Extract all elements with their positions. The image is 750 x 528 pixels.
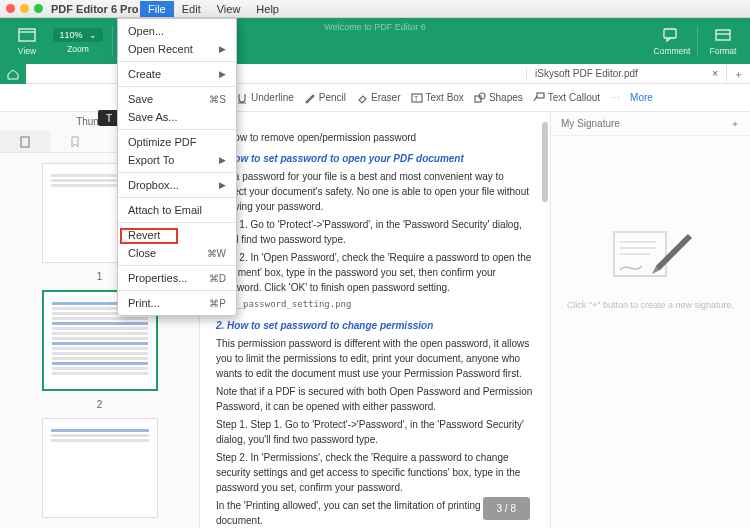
file-save[interactable]: Save⌘S: [118, 90, 236, 108]
toolbar-format[interactable]: Format: [702, 26, 744, 56]
svg-rect-2: [664, 29, 676, 38]
doc-heading: 1. How to set password to open your PDF …: [216, 151, 534, 166]
svg-rect-10: [21, 137, 29, 147]
toolbar-divider: [697, 26, 698, 56]
toolbar-zoom[interactable]: 110%⌄ Zoom: [48, 28, 108, 54]
add-signature-button[interactable]: ＋: [730, 117, 740, 131]
chevron-right-icon: ▶: [219, 44, 226, 54]
format-icon: [713, 26, 733, 44]
signature-placeholder-icon: [606, 226, 696, 286]
file-open[interactable]: Open...: [118, 22, 236, 40]
new-tab-button[interactable]: ＋: [726, 64, 750, 84]
file-dropbox[interactable]: Dropbox...▶: [118, 176, 236, 194]
menu-separator: [118, 197, 236, 198]
close-icon[interactable]: ×: [712, 68, 718, 79]
window-close[interactable]: [6, 4, 15, 13]
document-tab[interactable]: iSkysoft PDF Editor.pdf ×: [526, 68, 726, 79]
page-number-1: 1: [97, 271, 103, 282]
signature-panel-title: My Signature: [561, 118, 620, 129]
doc-text: Set a password for your file is a best a…: [216, 169, 534, 214]
file-print[interactable]: Print...⌘P: [118, 294, 236, 312]
chevron-right-icon: ▶: [219, 180, 226, 190]
file-menu-dropdown: Open... Open Recent▶ Create▶ Save⌘S Save…: [117, 18, 237, 316]
doc-text: Step 1. Step 1. Go to 'Protect'->'Passwo…: [216, 417, 534, 447]
doc-text: This permission password is different wi…: [216, 336, 534, 381]
doc-text: Step 2. In 'Permissions', check the 'Req…: [216, 450, 534, 495]
file-revert[interactable]: Revert: [118, 226, 236, 244]
menu-edit[interactable]: Edit: [174, 1, 209, 17]
chevron-right-icon: ▶: [219, 69, 226, 79]
toolbar-comment[interactable]: Comment: [651, 26, 693, 56]
svg-text:T: T: [414, 95, 419, 102]
file-open-recent[interactable]: Open Recent▶: [118, 40, 236, 58]
toolbar-welcome: Welcome to PDF Editor 6: [324, 22, 425, 32]
signature-hint: Click "+" button to create a new signatu…: [553, 300, 748, 310]
menu-separator: [118, 86, 236, 87]
tool-eraser[interactable]: Eraser: [356, 92, 400, 104]
file-create[interactable]: Create▶: [118, 65, 236, 83]
scrollbar[interactable]: [542, 122, 548, 202]
doc-text: open_password_setting.png: [216, 298, 534, 312]
menu-separator: [118, 129, 236, 130]
zoom-value: 110%: [59, 30, 82, 40]
tool-more[interactable]: More: [630, 92, 653, 103]
view-icon: [17, 26, 37, 44]
file-save-as[interactable]: Save As...: [118, 108, 236, 126]
svg-rect-3: [716, 30, 730, 40]
menu-separator: [118, 265, 236, 266]
menu-file[interactable]: File: [140, 1, 174, 17]
chevron-right-icon: ▶: [219, 155, 226, 165]
toolbar-view[interactable]: View: [6, 26, 48, 56]
menu-separator: [118, 61, 236, 62]
comment-icon: [662, 26, 682, 44]
svg-rect-9: [537, 93, 544, 98]
doc-text: Step 1. Go to 'Protect'->'Password', in …: [216, 217, 534, 247]
home-tab[interactable]: [0, 64, 26, 84]
page-thumbnail-3[interactable]: [42, 418, 158, 518]
menu-view[interactable]: View: [209, 1, 249, 17]
document-tab-label: iSkysoft PDF Editor.pdf: [535, 68, 638, 79]
thumb-tab-bookmarks[interactable]: [50, 131, 100, 152]
menu-help[interactable]: Help: [248, 1, 287, 17]
toolbar-divider: [112, 26, 113, 56]
tool-textbox[interactable]: TText Box: [411, 92, 464, 104]
ellipsis-icon: ⋯: [610, 92, 620, 103]
file-export[interactable]: Export To▶: [118, 151, 236, 169]
tool-underline[interactable]: Underline: [236, 92, 294, 104]
file-properties[interactable]: Properties...⌘D: [118, 269, 236, 287]
tool-pencil[interactable]: Pencil: [304, 92, 346, 104]
chevron-down-icon: ⌄: [89, 30, 97, 40]
menu-separator: [118, 290, 236, 291]
doc-text: Note that if a PDF is secured with both …: [216, 384, 534, 414]
page-number-2: 2: [97, 399, 103, 410]
window-zoom[interactable]: [34, 4, 43, 13]
window-minimize[interactable]: [20, 4, 29, 13]
app-title: PDF Editor 6 Pro: [51, 3, 138, 15]
file-attach-email[interactable]: Attach to Email: [118, 201, 236, 219]
svg-rect-0: [19, 29, 35, 41]
file-close[interactable]: Close⌘W: [118, 244, 236, 262]
doc-text: Step 2. In 'Open Password', check the 'R…: [216, 250, 534, 295]
doc-text: 3. How to remove open/permission passwor…: [216, 130, 534, 145]
thumb-tab-pages[interactable]: [0, 131, 50, 152]
doc-heading: 2. How to set password to change permiss…: [216, 318, 534, 333]
tool-shapes[interactable]: Shapes: [474, 92, 523, 104]
document-view[interactable]: 3. How to remove open/permission passwor…: [200, 112, 550, 528]
page-indicator[interactable]: 3 / 8: [483, 497, 530, 520]
menu-separator: [118, 172, 236, 173]
file-optimize[interactable]: Optimize PDF: [118, 133, 236, 151]
tool-text-callout[interactable]: Text Callout: [533, 92, 600, 104]
menu-separator: [118, 222, 236, 223]
